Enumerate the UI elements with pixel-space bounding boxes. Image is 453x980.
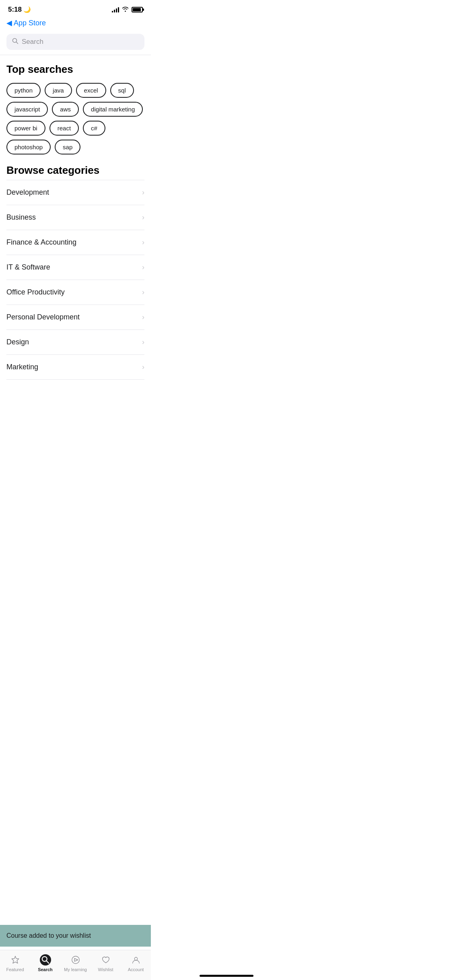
search-tag[interactable]: sap bbox=[55, 140, 80, 154]
search-tag[interactable]: c# bbox=[83, 121, 105, 136]
search-tag[interactable]: photoshop bbox=[6, 140, 51, 154]
category-item[interactable]: Finance & Accounting› bbox=[6, 230, 144, 255]
moon-icon: 🌙 bbox=[23, 6, 31, 13]
search-tag[interactable]: react bbox=[49, 121, 79, 136]
search-tag[interactable]: excel bbox=[76, 83, 106, 98]
tags-container: pythonjavaexcelsqljavascriptawsdigital m… bbox=[6, 83, 144, 154]
search-tag[interactable]: python bbox=[6, 83, 41, 98]
search-tag[interactable]: javascript bbox=[6, 102, 48, 117]
category-name: Marketing bbox=[6, 363, 38, 371]
back-nav[interactable]: ◀ App Store bbox=[0, 17, 151, 31]
category-item[interactable]: Design› bbox=[6, 330, 144, 355]
battery-icon bbox=[132, 7, 143, 12]
category-name: Development bbox=[6, 188, 49, 197]
category-item[interactable]: IT & Software› bbox=[6, 255, 144, 280]
back-label: App Store bbox=[14, 19, 46, 27]
search-tag[interactable]: aws bbox=[52, 102, 79, 117]
search-tag[interactable]: java bbox=[45, 83, 72, 98]
category-name: Finance & Accounting bbox=[6, 238, 76, 247]
category-item[interactable]: Marketing› bbox=[6, 355, 144, 380]
category-name: IT & Software bbox=[6, 263, 50, 272]
search-bar[interactable]: Search bbox=[6, 34, 144, 50]
chevron-right-icon: › bbox=[142, 363, 144, 371]
category-item[interactable]: Office Productivity› bbox=[6, 280, 144, 305]
back-arrow-icon: ◀ bbox=[6, 19, 12, 27]
svg-line-1 bbox=[16, 42, 18, 44]
chevron-right-icon: › bbox=[142, 263, 144, 272]
chevron-right-icon: › bbox=[142, 188, 144, 197]
search-placeholder: Search bbox=[22, 38, 43, 46]
wifi-icon bbox=[122, 6, 129, 13]
top-searches-title: Top searches bbox=[6, 63, 144, 76]
category-list: Development›Business›Finance & Accountin… bbox=[6, 180, 144, 380]
chevron-right-icon: › bbox=[142, 288, 144, 296]
search-tag[interactable]: digital marketing bbox=[83, 102, 143, 117]
status-bar: 5:18 🌙 bbox=[0, 0, 151, 17]
category-item[interactable]: Business› bbox=[6, 205, 144, 230]
chevron-right-icon: › bbox=[142, 338, 144, 346]
search-tag[interactable]: sql bbox=[110, 83, 134, 98]
browse-categories-title: Browse categories bbox=[6, 164, 144, 177]
search-container: Search bbox=[0, 31, 151, 55]
category-name: Business bbox=[6, 213, 36, 222]
chevron-right-icon: › bbox=[142, 213, 144, 222]
status-time: 5:18 🌙 bbox=[8, 6, 31, 14]
chevron-right-icon: › bbox=[142, 313, 144, 321]
category-name: Design bbox=[6, 338, 29, 346]
search-icon bbox=[12, 38, 19, 46]
signal-icon bbox=[112, 7, 119, 12]
search-tag[interactable]: power bi bbox=[6, 121, 45, 136]
status-icons bbox=[112, 6, 143, 13]
chevron-right-icon: › bbox=[142, 238, 144, 247]
category-item[interactable]: Personal Development› bbox=[6, 305, 144, 330]
category-item[interactable]: Development› bbox=[6, 180, 144, 205]
category-name: Personal Development bbox=[6, 313, 80, 321]
category-name: Office Productivity bbox=[6, 288, 65, 296]
main-content: Top searches pythonjavaexcelsqljavascrip… bbox=[0, 55, 151, 380]
